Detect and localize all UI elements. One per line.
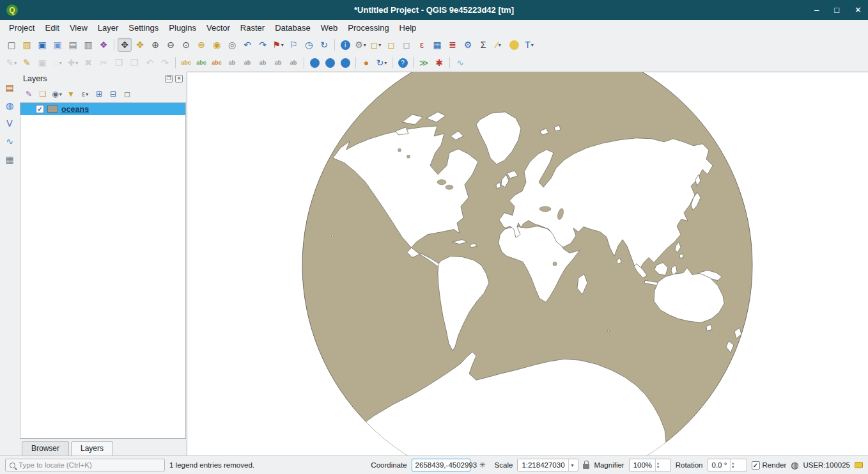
layer-checkbox[interactable]: ✓ — [36, 105, 44, 113]
dropdown-arrow-icon[interactable]: ▾ — [281, 42, 284, 48]
menu-edit[interactable]: Edit — [40, 21, 64, 35]
maximize-icon[interactable]: □ — [834, 6, 839, 14]
menu-layer[interactable]: Layer — [93, 21, 124, 35]
delete-selected-icon[interactable]: ✖ — [81, 56, 95, 70]
move-label-icon[interactable]: ab — [256, 56, 270, 70]
zoom-in-icon[interactable]: ⊕ — [148, 38, 162, 52]
new-project-icon[interactable]: ▢ — [4, 38, 19, 52]
dropdown-arrow-icon[interactable]: ▾ — [378, 42, 381, 48]
extents-toggle-icon[interactable]: ✳ — [476, 458, 490, 472]
profile-tool-icon[interactable]: ∿ — [453, 56, 467, 70]
pan-map-icon[interactable]: ✥ — [118, 38, 132, 52]
run-feature-action-icon[interactable]: ⚙▾ — [353, 38, 368, 52]
wfs-service-icon[interactable] — [338, 56, 352, 70]
select-features-icon[interactable]: ◻▾ — [369, 38, 383, 52]
add-layer-icon[interactable]: ◍ — [3, 99, 17, 113]
layout-manager-icon[interactable]: ▥ — [81, 38, 95, 52]
new-bookmark-icon[interactable]: ⚑▾ — [271, 38, 285, 52]
open-attribute-table-icon[interactable]: ▦ — [430, 38, 444, 52]
remove-layer-icon[interactable]: ◻ — [121, 88, 134, 100]
menu-view[interactable]: View — [65, 21, 93, 35]
crs-globe-icon[interactable]: ◍ — [791, 461, 798, 470]
pan-to-selection-icon[interactable]: ✥ — [133, 38, 147, 52]
save-project-as-icon[interactable]: ▣ — [50, 38, 65, 52]
manage-map-themes-icon[interactable]: ◉▾ — [50, 88, 63, 100]
select-by-expression-icon[interactable]: ε — [415, 38, 429, 52]
dropdown-arrow-icon[interactable]: ▾ — [59, 91, 62, 97]
spinner-arrows-icon[interactable]: ▴▾ — [655, 459, 660, 471]
toggle-editing-icon[interactable]: ✎ — [20, 56, 34, 70]
wms-service-icon[interactable] — [323, 56, 337, 70]
save-project-icon[interactable]: ▣ — [35, 38, 49, 52]
dropdown-arrow-icon[interactable]: ▾ — [14, 60, 17, 66]
copy-features-icon[interactable]: ❐ — [112, 56, 126, 70]
menu-plugins[interactable]: Plugins — [164, 21, 201, 35]
text-annotation-icon[interactable]: T▾ — [522, 38, 536, 52]
processing-toolbox-icon[interactable]: ⚙ — [461, 38, 475, 52]
zoom-to-layer-icon[interactable]: ◎ — [225, 38, 239, 52]
dropdown-arrow-icon[interactable]: ▾ — [59, 60, 62, 66]
map-tips-icon[interactable] — [507, 38, 521, 52]
locate-search-input[interactable]: Type to locate (Ctrl+K) — [5, 459, 165, 471]
python-console-icon[interactable]: ≫ — [417, 56, 431, 70]
temporal-controller-icon[interactable]: ◷ — [302, 38, 316, 52]
menu-processing[interactable]: Processing — [343, 21, 394, 35]
open-layer-styling-icon[interactable]: ✎ — [22, 88, 35, 100]
dropdown-arrow-icon[interactable]: ▾ — [499, 42, 501, 48]
new-print-layout-icon[interactable]: ▤ — [66, 38, 80, 52]
rotation-spinbox[interactable]: 0.0 ° ▴▾ — [708, 459, 747, 471]
filter-legend-icon[interactable]: ▼ — [65, 88, 77, 100]
dropdown-arrow-icon[interactable]: ▾ — [531, 42, 534, 48]
data-source-manager-icon[interactable]: ▤ — [3, 81, 17, 95]
refresh-plugin-icon[interactable]: ↻▾ — [375, 56, 389, 70]
osm-place-search-icon[interactable]: ● — [359, 56, 373, 70]
layer-labeling-icon[interactable]: abc — [179, 56, 193, 70]
measure-icon[interactable]: ∕▾ — [492, 38, 506, 52]
open-project-icon[interactable]: ▨ — [20, 38, 34, 52]
spinner-arrows-icon[interactable]: ▴▾ — [730, 459, 735, 471]
pin-labels-icon[interactable]: ab — [225, 56, 239, 70]
zoom-next-icon[interactable]: ↷ — [256, 38, 270, 52]
add-mesh-layer-icon[interactable]: ▦ — [3, 152, 17, 166]
paste-features-icon[interactable]: ❒ — [127, 56, 141, 70]
scale-combo[interactable]: 1:218427030 ▾ — [517, 459, 578, 471]
help-icon[interactable]: ? — [396, 56, 410, 70]
layer-diagram-icon[interactable]: abc — [194, 56, 208, 70]
add-spatialite-layer-icon[interactable]: ∿ — [3, 134, 17, 148]
add-vector-layer-icon[interactable]: V — [3, 116, 17, 130]
save-layer-edits-icon[interactable]: ▣ — [35, 56, 49, 70]
change-label-icon[interactable]: ab — [286, 56, 300, 70]
style-manager-icon[interactable]: ❖ — [97, 38, 111, 52]
coordinate-input[interactable]: 2658439,-4502993 — [412, 459, 470, 471]
dropdown-arrow-icon[interactable]: ▾ — [364, 42, 366, 48]
zoom-full-icon[interactable]: ⊛ — [194, 38, 208, 52]
highlight-labels-icon[interactable]: abc — [210, 56, 224, 70]
map-canvas[interactable] — [187, 72, 868, 455]
metasearch-icon[interactable] — [307, 56, 322, 70]
statistical-summary-icon[interactable]: Σ — [476, 38, 490, 52]
undo-icon[interactable]: ↶ — [143, 56, 157, 70]
deselect-features-icon[interactable]: ◻ — [399, 38, 414, 52]
vertex-tool-icon[interactable]: ✚▾ — [66, 56, 80, 70]
rotate-label-icon[interactable]: ab — [271, 56, 285, 70]
expand-all-icon[interactable]: ⊞ — [93, 88, 105, 100]
dropdown-arrow-icon[interactable]: ▾ — [384, 60, 387, 66]
cut-features-icon[interactable]: ✂ — [97, 56, 111, 70]
tab-layers[interactable]: Layers — [71, 441, 113, 455]
close-panel-icon[interactable]: ✕ — [175, 75, 183, 83]
zoom-last-icon[interactable]: ↶ — [240, 38, 254, 52]
close-icon[interactable]: ✕ — [855, 6, 862, 14]
show-bookmarks-icon[interactable]: ⚐ — [286, 38, 300, 52]
menu-project[interactable]: Project — [4, 21, 40, 35]
refresh-map-icon[interactable]: ↻ — [317, 38, 331, 52]
layer-item-oceans[interactable]: ✓ oceans — [20, 103, 185, 115]
current-edits-icon[interactable]: ✎▾ — [4, 56, 19, 70]
menu-settings[interactable]: Settings — [123, 21, 164, 35]
zoom-native-icon[interactable]: ⊙ — [179, 38, 193, 52]
select-by-form-icon[interactable]: ◻ — [384, 38, 398, 52]
add-group-icon[interactable]: ❏ — [36, 88, 49, 100]
minimize-icon[interactable]: – — [814, 6, 819, 14]
dropdown-arrow-icon[interactable]: ▾ — [75, 60, 78, 66]
menu-vector[interactable]: Vector — [201, 21, 235, 35]
menu-database[interactable]: Database — [270, 21, 316, 35]
